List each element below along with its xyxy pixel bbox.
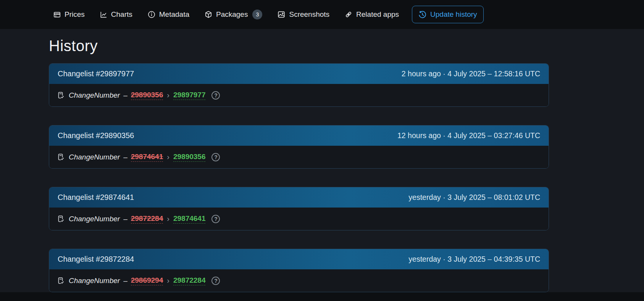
charts-icon: [100, 11, 107, 18]
changelist-card-body: ChangeNumber – 29872284 › 29874641 ?: [49, 208, 549, 230]
prices-icon: [53, 11, 61, 18]
changelist-card-body: ChangeNumber – 29874641 › 29890356 ?: [49, 146, 549, 168]
new-value[interactable]: 29872284: [173, 276, 206, 285]
tab-charts[interactable]: Charts: [100, 10, 132, 19]
changelist-file-icon: [57, 91, 65, 99]
changelist-card: Changelist #29872284 yesterday · 3 July …: [49, 249, 549, 292]
change-row: ChangeNumber – 29872284 › 29874641 ?: [57, 214, 220, 224]
new-value[interactable]: 29890356: [173, 153, 206, 162]
packages-count-badge: 3: [252, 10, 262, 19]
changelist-title-link[interactable]: Changelist #29872284: [58, 255, 134, 264]
changelist-file-icon: [57, 277, 65, 285]
old-value[interactable]: 29869294: [131, 276, 163, 285]
page-title: History: [49, 37, 549, 55]
link-icon: [345, 11, 352, 18]
old-value[interactable]: 29890356: [131, 91, 163, 100]
new-value[interactable]: 29897977: [173, 91, 206, 100]
tab-metadata[interactable]: Metadata: [148, 10, 189, 19]
change-arrow: ›: [167, 91, 169, 100]
change-row: ChangeNumber – 29869294 › 29872284 ?: [57, 276, 220, 285]
changelist-card-body: ChangeNumber – 29869294 › 29872284 ?: [49, 269, 549, 292]
changelist-title-link[interactable]: Changelist #29890356: [58, 131, 134, 140]
image-icon: [278, 11, 285, 18]
old-value[interactable]: 29872284: [131, 214, 163, 224]
changelist-card-header: Changelist #29874641 yesterday · 3 July …: [49, 187, 549, 208]
changelist-timestamp: yesterday · 3 July 2025 – 04:39:35 UTC: [408, 255, 540, 264]
changelist-file-icon: [57, 153, 65, 161]
help-icon[interactable]: ?: [211, 91, 220, 100]
change-arrow: ›: [167, 276, 169, 285]
change-arrow: ›: [167, 214, 169, 223]
change-row: ChangeNumber – 29890356 › 29897977 ?: [57, 91, 220, 100]
help-icon[interactable]: ?: [211, 215, 220, 223]
old-value[interactable]: 29874641: [131, 153, 163, 162]
changelist-timestamp: 12 hours ago · 4 July 2025 – 03:27:46 UT…: [397, 131, 540, 140]
tab-label: Prices: [65, 10, 85, 19]
tab-label: Screenshots: [289, 10, 329, 19]
changelist-card: Changelist #29874641 yesterday · 3 July …: [49, 187, 549, 230]
field-separator: –: [123, 277, 128, 285]
changelist-list: Changelist #29897977 2 hours ago · 4 Jul…: [49, 63, 549, 292]
field-separator: –: [123, 153, 128, 161]
box-icon: [205, 11, 212, 18]
help-icon[interactable]: ?: [211, 153, 220, 161]
change-field-name: ChangeNumber: [69, 277, 120, 285]
field-separator: –: [123, 215, 128, 223]
new-value[interactable]: 29874641: [173, 214, 206, 224]
changelist-timestamp: yesterday · 3 July 2025 – 08:01:02 UTC: [408, 193, 540, 202]
tab-related-apps[interactable]: Related apps: [345, 10, 399, 19]
changelist-card-header: Changelist #29872284 yesterday · 3 July …: [49, 249, 549, 269]
changelist-title-link[interactable]: Changelist #29897977: [58, 69, 134, 78]
changelist-card: Changelist #29897977 2 hours ago · 4 Jul…: [49, 63, 549, 107]
clock-history-icon: [418, 11, 426, 19]
tab-packages[interactable]: Packages 3: [205, 10, 262, 19]
app-tab-bar: Prices Charts Metadata: [0, 0, 644, 29]
tab-update-history[interactable]: Update history: [412, 6, 484, 23]
changelist-card: Changelist #29890356 12 hours ago · 4 Ju…: [49, 125, 549, 169]
changelist-timestamp: 2 hours ago · 4 July 2025 – 12:58:16 UTC: [402, 69, 540, 78]
tab-label: Update history: [430, 10, 477, 19]
tab-prices[interactable]: Prices: [53, 10, 85, 19]
changelist-title-link[interactable]: Changelist #29874641: [58, 193, 134, 202]
tab-screenshots[interactable]: Screenshots: [278, 10, 329, 19]
field-separator: –: [123, 91, 128, 100]
tab-label: Metadata: [159, 10, 189, 19]
tab-label: Charts: [111, 10, 132, 19]
update-history-section: History Changelist #29897977 2 hours ago…: [0, 29, 644, 292]
help-icon[interactable]: ?: [211, 277, 220, 285]
change-field-name: ChangeNumber: [69, 91, 120, 100]
info-icon: [148, 11, 155, 18]
tab-label: Related apps: [356, 10, 399, 19]
changelist-file-icon: [57, 215, 65, 223]
changelist-card-header: Changelist #29897977 2 hours ago · 4 Jul…: [49, 64, 549, 84]
change-row: ChangeNumber – 29874641 › 29890356 ?: [57, 153, 220, 162]
tab-label: Packages: [216, 10, 248, 19]
change-field-name: ChangeNumber: [69, 215, 120, 223]
changelist-card-body: ChangeNumber – 29890356 › 29897977 ?: [49, 84, 549, 106]
change-field-name: ChangeNumber: [69, 153, 120, 161]
change-arrow: ›: [167, 153, 169, 161]
changelist-card-header: Changelist #29890356 12 hours ago · 4 Ju…: [49, 126, 549, 146]
